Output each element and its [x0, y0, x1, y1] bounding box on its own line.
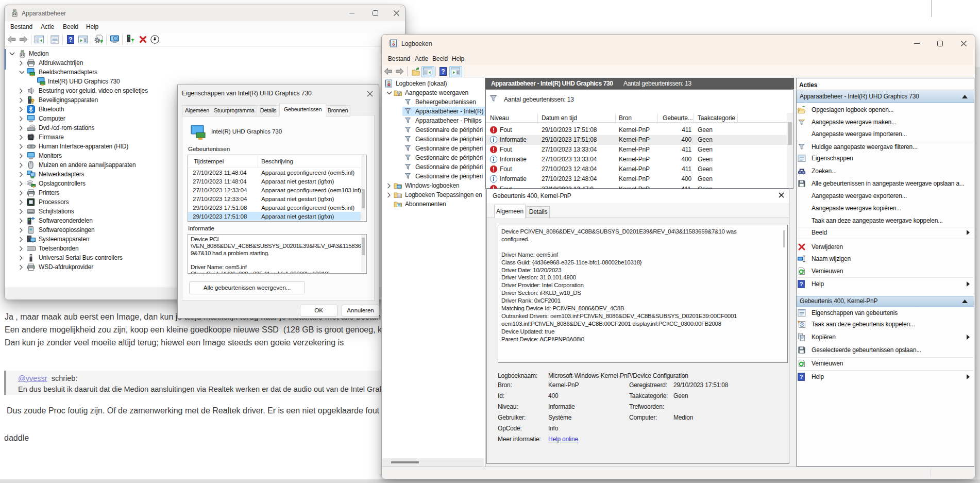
- svg-text:?: ?: [800, 281, 803, 287]
- svg-text:?: ?: [69, 36, 72, 43]
- svg-text:?: ?: [441, 68, 445, 75]
- svg-text:?: ?: [800, 374, 803, 380]
